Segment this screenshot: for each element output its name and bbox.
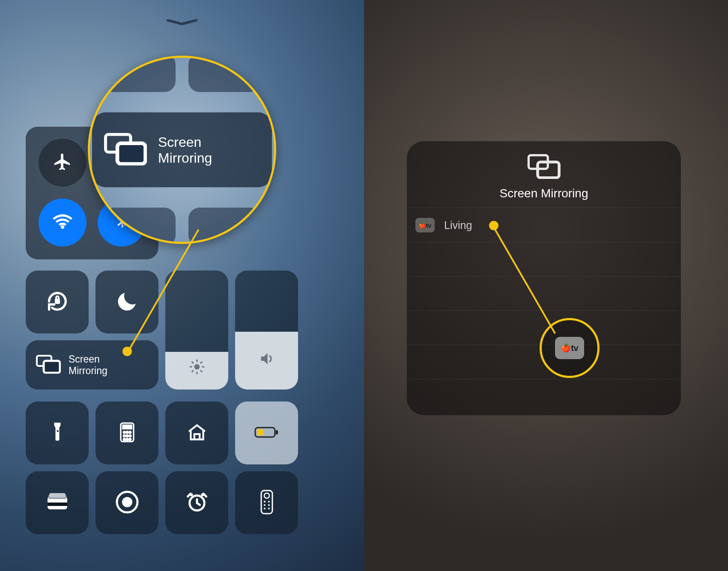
alarm-icon — [186, 491, 208, 515]
airplane-mode-icon — [53, 152, 72, 173]
screen-mirroring-panel: Screen Mirroring 🍎tv Living 🍎tv — [407, 141, 681, 415]
svg-rect-0 — [54, 298, 60, 303]
svg-rect-40 — [538, 162, 559, 178]
svg-rect-21 — [49, 493, 66, 497]
svg-point-29 — [264, 493, 269, 498]
svg-point-32 — [264, 504, 266, 506]
svg-point-12 — [129, 435, 131, 437]
svg-point-13 — [123, 438, 125, 440]
device-row-living[interactable]: 🍎tv Living — [407, 208, 681, 242]
svg-point-4 — [194, 364, 200, 370]
device-row-empty-5 — [407, 379, 681, 413]
svg-point-33 — [268, 504, 270, 506]
svg-point-9 — [129, 431, 131, 433]
wifi-icon — [52, 211, 73, 234]
svg-point-14 — [126, 438, 128, 440]
apple-tv-remote-button[interactable] — [235, 471, 298, 534]
zoom-screen-mirroring-label: Screen Mirroring — [158, 134, 212, 166]
do-not-disturb-icon — [115, 289, 139, 315]
calculator-icon — [119, 421, 136, 445]
svg-rect-6 — [123, 425, 131, 428]
wallet-button[interactable] — [26, 471, 89, 534]
airplane-mode-button[interactable] — [39, 139, 87, 187]
screen-mirroring-icon — [527, 154, 561, 181]
zoom-lens-left: Screen Mirroring — [88, 56, 276, 244]
zoom-screen-mirroring-tile: Screen Mirroring — [92, 113, 272, 187]
screen-mirroring-sheet-screenshot: Screen Mirroring 🍎tv Living 🍎tv — [364, 0, 728, 571]
svg-rect-2 — [44, 361, 60, 373]
svg-point-7 — [123, 431, 125, 433]
calculator-button[interactable] — [95, 401, 158, 464]
volume-icon — [258, 350, 275, 369]
svg-point-10 — [123, 435, 125, 437]
screen-mirroring-button[interactable]: Screen Mirroring — [26, 340, 158, 390]
device-row-empty-1 — [407, 242, 681, 277]
svg-rect-28 — [261, 491, 272, 514]
callout-anchor-right — [489, 221, 498, 230]
brightness-slider[interactable] — [165, 271, 228, 390]
screen-record-icon — [115, 490, 139, 516]
do-not-disturb-button[interactable] — [95, 271, 158, 333]
svg-point-8 — [126, 431, 128, 433]
svg-point-34 — [264, 508, 266, 509]
screen-mirroring-label: Screen Mirroring — [69, 354, 107, 376]
brightness-icon — [189, 359, 205, 377]
svg-rect-37 — [117, 143, 146, 164]
callout-anchor-left — [122, 347, 132, 356]
svg-point-31 — [268, 501, 270, 503]
apple-tv-chip-icon: 🍎tv — [555, 337, 584, 359]
svg-point-11 — [126, 435, 128, 437]
control-center-screenshot: Screen Mirroring — [0, 0, 364, 571]
svg-point-30 — [264, 501, 266, 503]
screen-mirroring-icon — [36, 355, 61, 375]
low-power-mode-button[interactable] — [235, 401, 298, 464]
rotation-lock-button[interactable] — [26, 271, 89, 333]
svg-point-15 — [129, 438, 131, 440]
home-button[interactable] — [165, 401, 228, 464]
zoom-lens-right: 🍎tv — [540, 318, 600, 378]
device-name-label: Living — [444, 219, 472, 232]
wallet-icon — [46, 493, 69, 513]
svg-point-27 — [201, 493, 204, 496]
volume-slider[interactable] — [235, 271, 298, 390]
alarm-button[interactable] — [165, 471, 228, 534]
flashlight-icon — [50, 421, 65, 445]
low-power-icon — [254, 426, 279, 440]
rotation-lock-icon — [45, 289, 70, 315]
apple-tv-chip-icon: 🍎tv — [415, 218, 435, 232]
svg-point-35 — [268, 508, 270, 509]
svg-point-24 — [122, 497, 132, 507]
svg-point-26 — [190, 493, 193, 496]
svg-rect-22 — [48, 503, 67, 506]
screen-record-button[interactable] — [95, 471, 158, 534]
svg-rect-18 — [257, 429, 264, 435]
svg-rect-17 — [276, 430, 278, 434]
apple-tv-remote-icon — [260, 490, 273, 516]
screen-mirroring-title: Screen Mirroring — [407, 187, 681, 200]
home-icon — [186, 422, 208, 445]
device-row-empty-2 — [407, 276, 681, 311]
wifi-button[interactable] — [39, 199, 87, 247]
flashlight-button[interactable] — [26, 401, 89, 464]
control-center-grabber-icon[interactable] — [167, 19, 197, 25]
screen-mirroring-icon — [104, 133, 147, 167]
